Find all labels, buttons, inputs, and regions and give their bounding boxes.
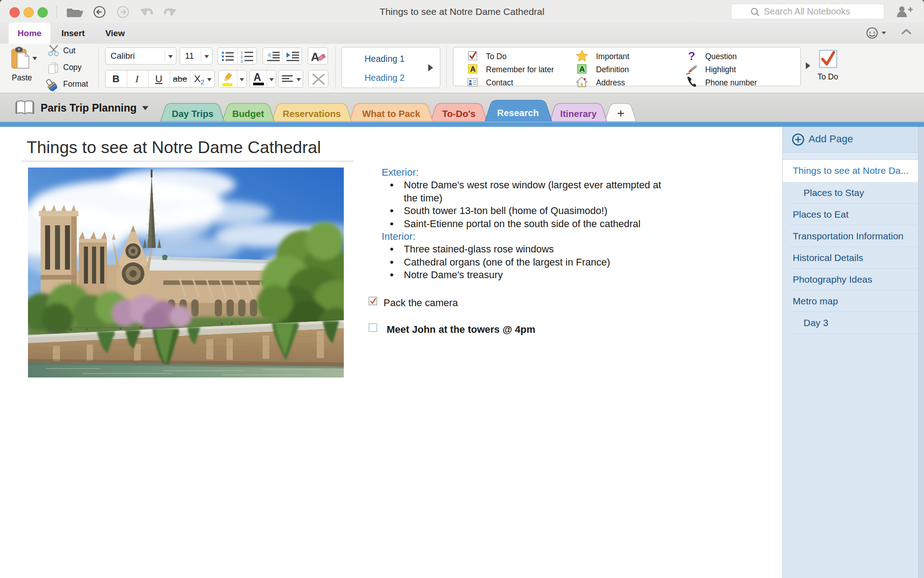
svg-text:Reservations: Reservations <box>283 108 341 119</box>
svg-text:2: 2 <box>240 55 243 59</box>
svg-text:To-Do's: To-Do's <box>442 108 476 119</box>
svg-text:What to Pack: What to Pack <box>362 108 420 119</box>
svg-text:+: + <box>617 106 624 120</box>
svg-text:3: 3 <box>240 59 243 63</box>
svg-text:Itinerary: Itinerary <box>560 108 597 119</box>
svg-text:Research: Research <box>497 107 539 118</box>
svg-text:A: A <box>470 65 476 74</box>
svg-text:Day Trips: Day Trips <box>172 108 213 119</box>
svg-text:A: A <box>311 50 319 63</box>
svg-text:Budget: Budget <box>232 108 264 119</box>
svg-text:1: 1 <box>240 50 243 55</box>
svg-text:A: A <box>579 65 585 74</box>
